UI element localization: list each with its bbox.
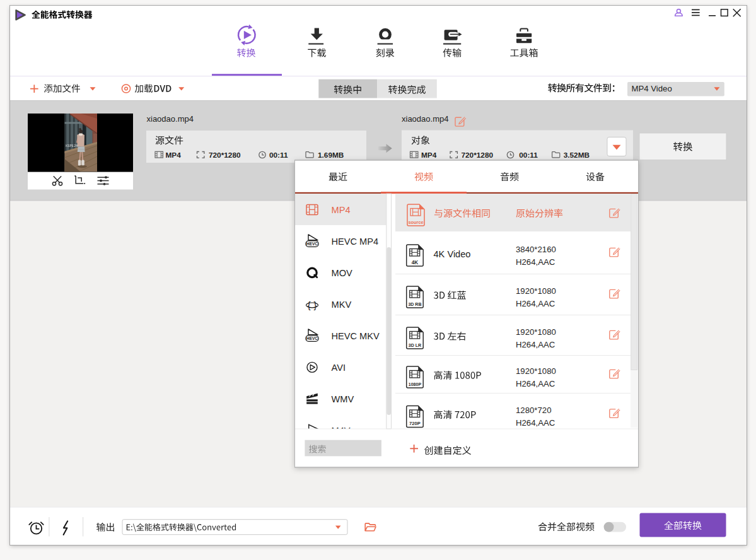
svg-text:720*1280: 720*1280 [462,151,494,160]
svg-text:1080P: 1080P [409,382,422,387]
svg-text:H264,AAC: H264,AAC [516,379,555,388]
svg-text:MP4 Video: MP4 Video [632,84,672,93]
svg-text:3D LR: 3D LR [409,343,421,347]
svg-text:1.69MB: 1.69MB [318,151,344,160]
svg-text:{: { [308,300,311,310]
svg-text:HEVC MKV: HEVC MKV [332,331,380,341]
svg-text:MP4: MP4 [421,151,437,160]
svg-text:H264,AAC: H264,AAC [516,257,555,267]
svg-text:4K: 4K [412,260,419,265]
svg-text:3D RB: 3D RB [408,302,421,306]
svg-text:}: } [313,300,317,310]
svg-text:00:11: 00:11 [269,151,288,160]
svg-text:KSP9.2%: KSP9.2% [66,144,78,148]
svg-text:1920*1080: 1920*1080 [516,286,556,296]
svg-text:MP4: MP4 [166,151,182,160]
svg-text:source: source [408,219,423,225]
svg-text:H264,AAC: H264,AAC [516,340,555,349]
svg-text:HEVC MP4: HEVC MP4 [332,236,379,247]
svg-text:1280*720: 1280*720 [516,405,551,415]
svg-text:1920*1080: 1920*1080 [516,327,556,337]
svg-text:MOV: MOV [332,268,353,278]
svg-text:720P: 720P [409,421,421,426]
svg-text:00:11: 00:11 [519,151,538,160]
svg-text:xiaodao.mp4: xiaodao.mp4 [147,114,194,124]
svg-text:4K Video: 4K Video [434,249,471,259]
svg-text:3840*2160: 3840*2160 [516,245,556,254]
svg-text:HEVC: HEVC [306,242,318,246]
svg-text:1920*1080: 1920*1080 [516,366,556,376]
svg-text:xiaodao.mp4: xiaodao.mp4 [402,114,448,124]
svg-text:AVI: AVI [332,363,346,373]
svg-text:WMV: WMV [332,394,354,404]
svg-text:MKV: MKV [332,300,352,310]
svg-text:H264,AAC: H264,AAC [516,299,555,308]
svg-text:H264,AAC: H264,AAC [516,418,555,428]
svg-text:MP4: MP4 [332,205,351,215]
svg-text:HEVC: HEVC [306,336,318,341]
svg-text:3.52MB: 3.52MB [564,151,590,160]
svg-text:720*1280: 720*1280 [209,151,241,160]
